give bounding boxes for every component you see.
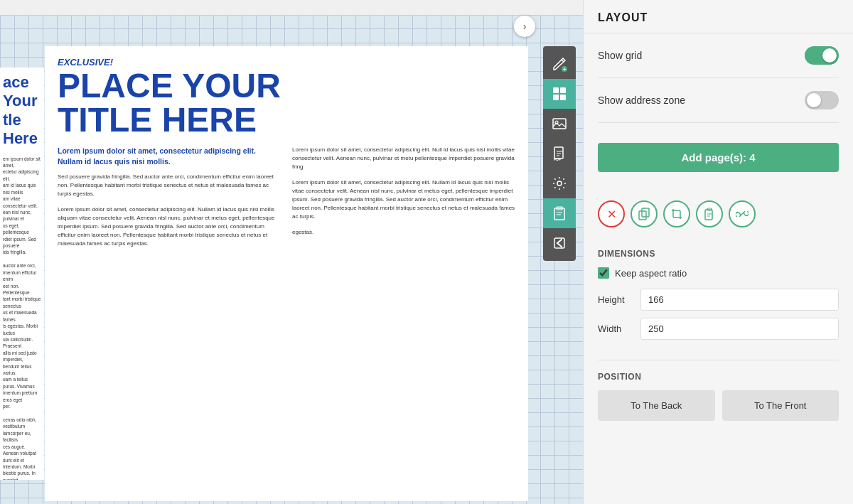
- position-section: POSITION To The Back To The Front: [598, 360, 839, 428]
- collapse-panel-button[interactable]: ›: [514, 16, 535, 37]
- svg-text:+: +: [563, 66, 567, 72]
- paste-icon: [703, 208, 716, 220]
- height-input[interactable]: [640, 289, 839, 311]
- copy-action-button[interactable]: [631, 200, 658, 227]
- crop-icon: [670, 208, 683, 220]
- panel-body: Show grid Show address zone Add page(s):…: [584, 33, 853, 504]
- col1-bold-intro: Lorem ipsum dolor sit amet, consectetur …: [58, 146, 281, 167]
- position-buttons: To The Back To The Front: [598, 390, 839, 421]
- link-icon: [736, 208, 749, 220]
- panel-header: LAYOUT: [584, 0, 853, 33]
- columns: Lorem ipsum dolor sit amet, consectetur …: [58, 146, 515, 248]
- svg-rect-14: [639, 211, 646, 220]
- toolbar-settings-button[interactable]: [543, 168, 576, 198]
- toolbar-edit-button[interactable]: +: [543, 49, 576, 79]
- chevron-right-icon: ›: [523, 21, 527, 32]
- back-arrow-icon: [552, 235, 567, 251]
- height-label: Height: [598, 294, 633, 305]
- toolbar-layout-button[interactable]: [543, 79, 576, 109]
- width-input[interactable]: [640, 318, 839, 340]
- svg-point-10: [557, 181, 562, 186]
- column-2: Lorem ipsum dolor sit amet, consectetur …: [292, 146, 515, 248]
- toolbar-clipboard-button[interactable]: [543, 198, 576, 228]
- show-address-zone-toggle[interactable]: [805, 91, 839, 109]
- svg-rect-13: [554, 238, 564, 248]
- position-title: POSITION: [598, 372, 839, 382]
- toggle-knob-address: [807, 93, 821, 107]
- svg-rect-5: [560, 95, 566, 100]
- to-back-button[interactable]: To The Back: [598, 390, 715, 421]
- clipboard-icon: [552, 205, 567, 221]
- page-header: EXCLUSIVE! PLACE YOURTITLE HERE: [58, 57, 515, 137]
- show-grid-toggle[interactable]: [805, 46, 839, 65]
- page-content: EXCLUSIVE! PLACE YOURTITLE HERE Lorem ip…: [45, 46, 528, 501]
- link-action-button[interactable]: [729, 200, 756, 227]
- col2-body-2: Lorem ipsum dolor sit amet, consectetur …: [292, 178, 515, 221]
- layout-icon: [552, 86, 567, 102]
- keep-aspect-ratio-row: Keep aspect ratio: [598, 267, 839, 279]
- dimensions-section: DIMENSIONS Keep aspect ratio Height Widt…: [598, 236, 839, 360]
- delete-action-button[interactable]: ✕: [598, 200, 625, 227]
- col2-body-1: Lorem ipsum dolor sit amet, consectetur …: [292, 146, 515, 171]
- svg-rect-6: [553, 119, 566, 129]
- left-partial-title: ace Your tle Here: [3, 73, 41, 149]
- column-1: Lorem ipsum dolor sit amet, consectetur …: [58, 146, 281, 248]
- pdf-icon: PDF: [552, 146, 567, 161]
- image-icon: [552, 116, 567, 132]
- add-pages-button[interactable]: Add page(s): 4: [598, 143, 839, 172]
- add-pages-section: Add page(s): 4: [598, 123, 839, 192]
- show-grid-section: Show grid: [598, 33, 839, 78]
- col1-body-2: Lorem ipsum dolor sit amet, consectetur …: [58, 205, 281, 248]
- show-address-zone-label: Show address zone: [598, 95, 685, 106]
- left-column: ace Your tle Here em ipsum dolor sit ame…: [0, 68, 44, 480]
- copy-icon: [638, 208, 650, 220]
- keep-aspect-ratio-checkbox[interactable]: [598, 267, 609, 279]
- toolbar-image-button[interactable]: [543, 109, 576, 139]
- paste-action-button[interactable]: [696, 200, 723, 227]
- height-field-row: Height: [598, 289, 839, 311]
- svg-rect-2: [553, 87, 559, 93]
- exclusive-tag: EXCLUSIVE!: [58, 57, 515, 68]
- left-body-text: em ipsum dolor sit amet,ectetur adipisci…: [3, 156, 41, 480]
- crop-action-button[interactable]: [663, 200, 690, 227]
- toolbar-back-button[interactable]: [543, 228, 576, 258]
- toolbar-pdf-button[interactable]: PDF: [543, 139, 576, 168]
- edit-icon: +: [552, 56, 567, 72]
- ruler-top: [0, 0, 583, 16]
- panel-title: LAYOUT: [598, 11, 648, 23]
- show-grid-label: Show grid: [598, 50, 642, 61]
- width-label: Width: [598, 323, 633, 334]
- svg-rect-16: [705, 210, 712, 220]
- svg-rect-4: [553, 95, 559, 100]
- toggle-knob-grid: [822, 48, 837, 63]
- col2-body-3: egestas.: [292, 228, 515, 237]
- keep-aspect-ratio-label: Keep aspect ratio: [615, 268, 687, 279]
- svg-text:PDF: PDF: [554, 157, 561, 161]
- svg-rect-3: [560, 87, 566, 93]
- canvas-area: ace Your tle Here em ipsum dolor sit ame…: [0, 0, 583, 504]
- right-panel: LAYOUT Show grid Show address zone Add p…: [583, 0, 853, 504]
- width-field-row: Width: [598, 318, 839, 340]
- delete-icon: ✕: [607, 208, 616, 221]
- to-front-button[interactable]: To The Front: [722, 390, 839, 421]
- show-address-zone-row: Show address zone: [598, 91, 839, 109]
- icon-actions-row: ✕: [598, 200, 839, 227]
- toolbar: + PDF: [543, 46, 576, 261]
- dimensions-title: DIMENSIONS: [598, 249, 839, 259]
- col1-body-1: Sed posuere gravida fringilla. Sed aucto…: [58, 173, 281, 198]
- show-grid-row: Show grid: [598, 46, 839, 65]
- show-address-zone-section: Show address zone: [598, 78, 839, 123]
- settings-icon: [552, 176, 567, 191]
- place-title: PLACE YOURTITLE HERE: [58, 69, 515, 137]
- svg-rect-15: [642, 208, 649, 217]
